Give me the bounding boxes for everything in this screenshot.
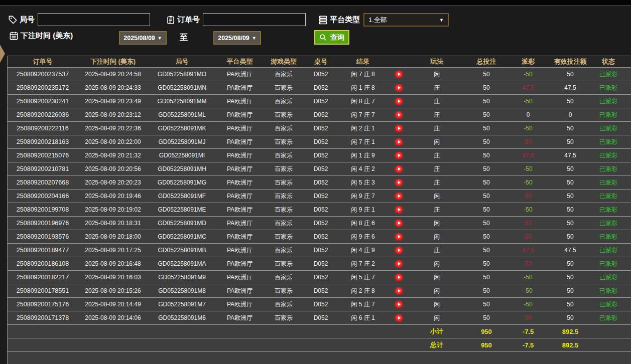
cell-game-type: 百家乐	[264, 138, 304, 146]
cell-bet-time: 2025-08-09 20:21:32	[78, 152, 148, 159]
cell-platform: PA欧洲厅	[216, 314, 264, 322]
table-row: 250809200189477 2025-08-09 20:17:25 GD05…	[8, 244, 631, 257]
cell-bet-time: 2025-08-09 20:16:03	[78, 274, 148, 281]
date-to-picker[interactable]: 2025/08/09 ▼	[213, 31, 261, 45]
cell-platform: PA欧洲厅	[216, 165, 264, 173]
cell-payout: 47.5	[509, 247, 548, 254]
order-number-input[interactable]	[203, 13, 306, 26]
cell-round-id: GD052258091MJ	[148, 138, 216, 145]
cell-valid-bet: 50	[548, 125, 593, 132]
replay-play-button[interactable]	[395, 287, 403, 295]
cell-payout: 50	[509, 314, 548, 321]
cell-status: 已派彩	[593, 246, 624, 255]
replay-play-button[interactable]	[395, 98, 403, 105]
col-header-platform: 平台类型	[216, 57, 264, 66]
cell-bet-time: 2025-08-09 20:17:25	[78, 247, 148, 254]
cell-status: 已派彩	[593, 314, 624, 322]
date-from-value: 2025/08/09	[123, 35, 155, 42]
cell-valid-bet: 47.5	[548, 152, 593, 159]
replay-play-button[interactable]	[395, 165, 403, 173]
cell-play-type: 庄	[409, 206, 464, 214]
replay-play-button[interactable]	[395, 314, 403, 322]
cell-round-id: GD052258091MA	[148, 260, 216, 267]
cell-game-type: 百家乐	[264, 260, 304, 268]
cell-game-type: 百家乐	[264, 178, 304, 187]
cell-round-id: GD052258091M7	[148, 301, 216, 308]
table-row: 250809200199708 2025-08-09 20:19:02 GD05…	[8, 203, 631, 217]
replay-play-button[interactable]	[395, 220, 403, 227]
cell-table-no: D052	[304, 287, 338, 294]
table-row: 250809200175176 2025-08-09 20:14:49 GD05…	[8, 298, 631, 311]
cell-table-no: D052	[304, 206, 338, 213]
cell-result: 闲 5 庄 7	[338, 300, 388, 309]
cell-play-type: 闲	[409, 219, 464, 228]
cell-result: 闲 5 庄 3	[338, 178, 388, 187]
date-from-picker[interactable]: 2025/08/09 ▼	[119, 31, 167, 45]
cell-payout: 0	[509, 111, 548, 118]
cell-valid-bet: 50	[548, 206, 593, 213]
cell-valid-bet: 0	[548, 111, 593, 118]
cell-order-id: 250809200204166	[8, 193, 78, 200]
cell-total-bet: 50	[464, 247, 509, 254]
replay-play-button[interactable]	[395, 125, 403, 132]
cell-order-id: 250809200178551	[8, 287, 78, 294]
round-number-input[interactable]	[38, 13, 150, 26]
cell-game-type: 百家乐	[264, 219, 304, 228]
replay-play-button[interactable]	[395, 274, 403, 281]
replay-play-button[interactable]	[395, 138, 403, 146]
cell-result: 闲 7 庄 1	[338, 138, 388, 146]
replay-play-button[interactable]	[395, 71, 403, 78]
date-range-to-label: 至	[180, 33, 188, 43]
cell-total-bet: 50	[464, 111, 509, 118]
replay-play-button[interactable]	[395, 193, 403, 200]
cell-status: 已派彩	[593, 178, 624, 187]
replay-play-button[interactable]	[395, 179, 403, 187]
cell-total-bet: 50	[464, 274, 509, 281]
cell-payout: -50	[509, 165, 548, 172]
replay-play-button[interactable]	[395, 206, 403, 214]
cell-play-type: 庄	[409, 111, 464, 119]
sidebar-collapse-arrow-icon[interactable]	[0, 39, 5, 68]
cell-table-no: D052	[304, 98, 338, 105]
tag-icon	[8, 15, 18, 25]
cell-table-no: D052	[304, 152, 338, 159]
table-row: 250809200226036 2025-08-09 20:23:12 GD05…	[8, 108, 631, 122]
cell-play-type: 庄	[409, 246, 464, 255]
replay-play-button[interactable]	[395, 233, 403, 241]
cell-valid-bet: 50	[548, 314, 593, 321]
cell-round-id: GD052258091MM	[148, 98, 216, 105]
cell-payout: 50	[509, 220, 548, 227]
platform-type-select[interactable]: 1.全部 ▼	[363, 13, 449, 27]
replay-play-button[interactable]	[395, 84, 403, 92]
cell-total-bet: 50	[464, 314, 509, 321]
cell-game-type: 百家乐	[264, 206, 304, 214]
cell-status: 已派彩	[593, 273, 624, 282]
replay-play-button[interactable]	[395, 301, 403, 308]
query-button[interactable]: 查询	[314, 30, 349, 45]
cell-play-type: 闲	[409, 287, 464, 295]
replay-play-button[interactable]	[395, 152, 403, 159]
cell-total-bet: 50	[464, 193, 509, 200]
table-row: 250809200210781 2025-08-09 20:20:56 GD05…	[8, 162, 631, 176]
cell-total-bet: 50	[464, 152, 509, 159]
cell-table-no: D052	[304, 274, 338, 281]
replay-play-button[interactable]	[395, 247, 403, 254]
subtotal-row: 小计 950 -7.5 892.5	[8, 325, 631, 338]
chevron-down-icon: ▼	[439, 18, 444, 23]
cell-table-no: D052	[304, 84, 338, 91]
cell-table-no: D052	[304, 301, 338, 308]
cell-platform: PA欧洲厅	[216, 287, 264, 295]
cell-game-type: 百家乐	[264, 111, 304, 119]
replay-play-button[interactable]	[395, 260, 403, 268]
subtotal-valid-bet: 892.5	[548, 328, 593, 335]
cell-valid-bet: 47.5	[548, 247, 593, 254]
cell-bet-time: 2025-08-09 20:14:49	[78, 301, 148, 308]
cell-valid-bet: 50	[548, 233, 593, 240]
cell-bet-time: 2025-08-09 20:22:36	[78, 125, 148, 132]
platform-list-icon	[318, 15, 328, 25]
replay-play-button[interactable]	[395, 111, 403, 119]
cell-platform: PA欧洲厅	[216, 219, 264, 228]
cell-table-no: D052	[304, 71, 338, 78]
cell-total-bet: 50	[464, 287, 509, 294]
search-icon	[319, 34, 327, 41]
